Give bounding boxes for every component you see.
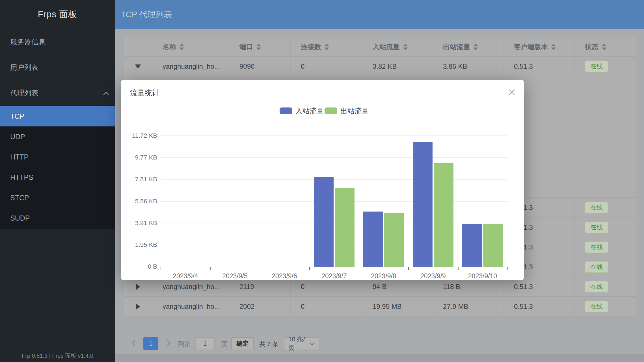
column-header-label: 名称 — [163, 42, 176, 51]
gridline — [161, 157, 507, 158]
app-title: Frps 面板 — [0, 0, 115, 29]
sidebar-item-proxy-list[interactable]: 代理列表 — [0, 80, 115, 105]
x-axis-tick — [458, 267, 459, 270]
chevron-down-icon — [310, 340, 315, 347]
sidebar-item-label: 用户列表 — [10, 63, 38, 72]
x-axis-tick — [260, 267, 260, 270]
sort-caret-icon[interactable] — [403, 44, 408, 50]
expand-arrow-right-icon — [136, 284, 140, 290]
connections-cell: 0 — [291, 57, 362, 76]
column-header-label: 客户端版本 — [514, 42, 548, 51]
column-header[interactable]: 状态 — [575, 37, 636, 56]
x-axis-tick-label: 2023/9/5 — [210, 272, 260, 280]
legend-label[interactable]: 入站流量 — [295, 107, 324, 115]
column-header[interactable]: 连接数 — [291, 37, 362, 56]
sidebar-version-text: Frp 0.51.3 | Frps 面板 v1.4.0 — [0, 352, 115, 360]
gridline — [161, 135, 507, 136]
expand-column-header — [124, 37, 152, 56]
y-axis-tick-label: 0 B — [121, 262, 157, 271]
sort-caret-icon[interactable] — [256, 44, 261, 50]
expand-arrow-right-icon — [136, 303, 140, 310]
column-header[interactable]: 出站流量 — [433, 37, 504, 56]
bar-outbound-2023/9/8[interactable] — [384, 213, 404, 267]
connections-cell: 0 — [291, 297, 362, 316]
version-cell: 0.51.3 — [504, 297, 575, 316]
traffic-stats-dialog: 流量统计 入站流量出站流量0 B1.95 KB3.91 KB5.86 KB7.8… — [121, 80, 524, 280]
x-axis-tick — [210, 267, 211, 270]
version-cell: 0.51.3 — [504, 57, 575, 76]
page: Frps 面板 服务器信息 用户列表 代理列表 TCPUDPHTTPHTTPSS… — [0, 0, 644, 362]
pagination-page-1[interactable]: 1 — [143, 337, 158, 350]
sidebar-item-server-info[interactable]: 服务器信息 — [0, 29, 115, 55]
traffic_in-cell: 3.82 KB — [362, 57, 433, 76]
legend-swatch-outbound[interactable] — [325, 107, 337, 114]
status-cell: 在线 — [575, 277, 636, 296]
gridline — [161, 223, 507, 223]
pagination-confirm-button[interactable]: 确定 — [231, 337, 254, 350]
status-badge: 在线 — [585, 61, 608, 72]
column-header[interactable]: 入站流量 — [362, 37, 433, 56]
x-axis-tick-label: 2023/9/4 — [161, 272, 210, 280]
column-header-label: 入站流量 — [373, 42, 400, 51]
sort-caret-icon[interactable] — [602, 44, 606, 50]
pagination-page-size-select[interactable]: 10 条/页 — [284, 337, 319, 350]
sidebar-subitem-http[interactable]: HTTP — [0, 147, 115, 167]
sidebar-item-user-list[interactable]: 用户列表 — [0, 55, 115, 80]
sidebar-subitem-stcp[interactable]: STCP — [0, 188, 115, 208]
bar-outbound-2023/9/9[interactable] — [434, 163, 453, 267]
column-header[interactable]: 客户端版本 — [504, 37, 575, 56]
sidebar-subitem-tcp[interactable]: TCP — [0, 106, 115, 126]
x-axis-tick-label: 2023/9/6 — [260, 272, 309, 280]
x-axis-tick — [408, 267, 409, 270]
sort-caret-icon[interactable] — [325, 44, 329, 50]
sidebar-subitem-https[interactable]: HTTPS — [0, 167, 115, 188]
column-header[interactable]: 端口 — [229, 37, 291, 56]
x-axis-tick — [309, 267, 310, 270]
legend-swatch-inbound[interactable] — [280, 107, 292, 114]
gridline — [161, 201, 507, 202]
expand-toggle[interactable] — [124, 57, 152, 76]
bar-outbound-2023/9/10[interactable] — [483, 224, 503, 267]
y-axis-tick-label: 9.77 KB — [121, 153, 157, 162]
close-icon[interactable] — [507, 87, 517, 97]
pagination-goto-input[interactable]: 1 — [195, 337, 215, 350]
status-badge: 在线 — [585, 261, 608, 273]
gridline — [161, 179, 507, 180]
status-badge: 在线 — [585, 301, 608, 312]
sidebar-subitem-sudp[interactable]: SUDP — [0, 208, 115, 228]
column-header[interactable]: 名称 — [152, 37, 229, 56]
sidebar: Frps 面板 服务器信息 用户列表 代理列表 TCPUDPHTTPHTTPSS… — [0, 0, 115, 362]
pagination-goto-label: 到第 — [178, 340, 191, 348]
sidebar-subitem-label: SUDP — [10, 214, 30, 222]
legend-label[interactable]: 出站流量 — [340, 107, 369, 115]
column-header-label: 出站流量 — [443, 42, 470, 51]
expand-toggle[interactable] — [124, 297, 152, 316]
pagination-goto-unit: 页 — [221, 340, 228, 348]
pagination-next-button[interactable] — [165, 339, 172, 349]
x-axis-tick-label: 2023/9/7 — [309, 272, 359, 280]
y-axis-tick-label: 3.91 KB — [121, 219, 157, 227]
sort-caret-icon[interactable] — [474, 44, 478, 50]
sidebar-nav: 服务器信息 用户列表 代理列表 TCPUDPHTTPHTTPSSTCPSUDP — [0, 29, 115, 229]
bar-inbound-2023/9/9[interactable] — [413, 142, 433, 267]
sort-caret-icon[interactable] — [551, 44, 556, 50]
pagination-prev-button[interactable] — [131, 339, 137, 349]
sort-caret-icon[interactable] — [180, 44, 184, 50]
bar-inbound-2023/9/7[interactable] — [314, 177, 334, 267]
y-axis-tick-label: 11.72 KB — [121, 132, 157, 140]
port-cell: 9090 — [229, 57, 291, 76]
x-axis-tick — [161, 267, 161, 270]
sidebar-subitem-label: TCP — [10, 112, 24, 120]
status-cell: 在线 — [575, 257, 636, 277]
sidebar-subitem-udp[interactable]: UDP — [0, 126, 115, 147]
bar-inbound-2023/9/8[interactable] — [363, 212, 383, 267]
status-badge: 在线 — [585, 281, 608, 292]
x-axis-tick-label: 2023/9/10 — [458, 272, 507, 280]
page-header: TCP 代理列表 — [115, 0, 644, 29]
status-badge: 在线 — [585, 202, 608, 213]
sidebar-subitem-label: STCP — [10, 194, 29, 202]
bar-inbound-2023/9/10[interactable] — [462, 224, 482, 267]
x-axis-line — [161, 267, 508, 267]
x-axis-tick — [507, 267, 508, 270]
bar-outbound-2023/9/7[interactable] — [335, 188, 355, 267]
